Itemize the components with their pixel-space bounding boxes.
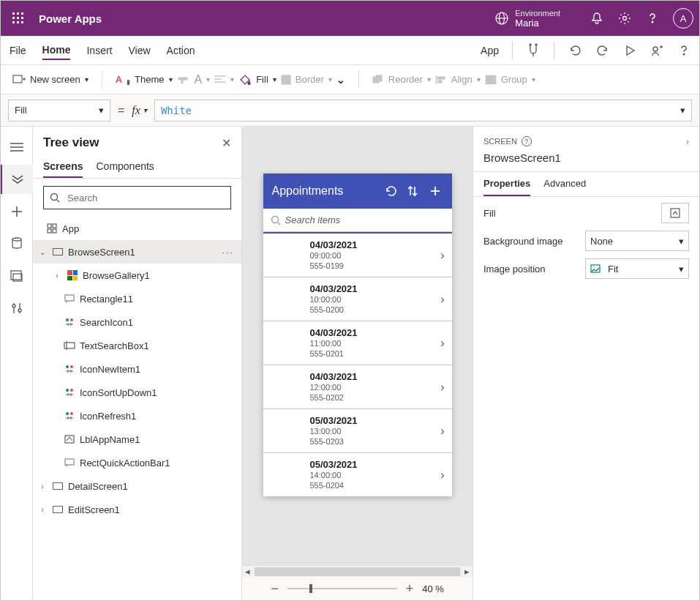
rail-advanced-tools-icon[interactable] [1,294,33,323]
svg-rect-61 [64,343,75,348]
zoom-slider[interactable] [287,588,397,589]
chevron-down-icon: ▾ [99,105,104,116]
menu-action[interactable]: Action [167,42,195,59]
share-icon[interactable] [650,43,664,58]
tree-node-iconrefresh1[interactable]: IconRefresh1 [33,404,241,428]
text-input-icon [64,340,75,351]
environment-name: Maria [515,18,560,29]
chevron-down-icon[interactable]: ▾ [680,105,685,116]
chevron-right-icon[interactable]: › [440,425,444,438]
menu-view[interactable]: View [128,42,150,59]
expander-icon[interactable]: › [37,482,48,490]
preview-search-box[interactable]: Search items [263,209,452,232]
tree-node-searchicon1[interactable]: SearchIcon1 [33,310,241,334]
notifications-icon[interactable] [590,11,604,26]
rail-media-icon[interactable] [1,261,33,291]
tab-components[interactable]: Components [96,156,154,178]
tree-search-input[interactable] [43,186,231,209]
tree-node-browsescreen1[interactable]: ⌄ BrowseScreen1 ··· [33,240,241,264]
canvas-horizontal-scrollbar[interactable]: ◂ ▸ [242,565,473,577]
fill-color-picker[interactable] [661,203,689,223]
settings-gear-icon[interactable] [617,11,632,26]
menu-file[interactable]: File [10,42,26,59]
fx-button[interactable]: fx▾ [132,104,147,117]
zoom-in-button[interactable]: + [406,581,414,597]
gallery-icon [67,269,78,281]
imagepos-dropdown[interactable]: Fit ▾ [585,258,689,279]
environment-picker[interactable]: Environment Maria [494,8,560,29]
chevron-down-icon: ▾ [679,264,684,275]
tree-node-browsegallery1[interactable]: › BrowseGallery1 [33,264,241,287]
tab-properties[interactable]: Properties [483,172,530,196]
ribbon-overflow-button[interactable]: ⌄ [336,74,345,86]
close-tree-icon[interactable]: ✕ [222,136,231,150]
tree-node-lblappname1[interactable]: LblAppName1 [33,428,241,451]
list-item[interactable]: 04/03/202110:00:00555-0200› [263,277,452,321]
reorder-button: Reorder▾ [372,74,431,85]
rail-tree-view-icon[interactable] [1,165,33,194]
list-item[interactable]: 04/03/202109:00:00555-0199› [263,234,452,277]
expand-panel-icon[interactable]: › [686,137,689,146]
undo-icon[interactable] [568,43,582,58]
tree-node-rectangle11[interactable]: Rectangle11 [33,287,241,310]
svg-point-57 [70,318,73,321]
rail-insert-icon[interactable] [1,197,33,226]
group-label: Group [501,74,527,85]
preview-add-icon[interactable] [429,184,443,198]
property-dropdown[interactable]: Fill ▾ [8,100,110,122]
tree-node-iconnewitem1[interactable]: IconNewItem1 [33,357,241,381]
chevron-right-icon[interactable]: › [440,293,444,306]
border-icon [281,75,291,85]
app-launcher-icon[interactable] [7,7,30,30]
fill-button[interactable]: Fill ▾ [238,74,276,86]
app-checker-icon[interactable] [526,43,541,58]
tree-node-editscreen1[interactable]: › EditScreen1 [33,498,241,521]
tree-node-textsearchbox1[interactable]: TextSearchBox1 [33,334,241,357]
svg-rect-1 [17,12,19,15]
zoom-out-button[interactable]: − [271,581,279,597]
fill-bucket-icon [238,74,252,86]
tab-advanced[interactable]: Advanced [543,172,586,196]
redo-icon[interactable] [595,43,610,58]
text-align-icon [214,75,226,84]
list-item[interactable]: 04/03/202112:00:00555-0202› [263,365,452,409]
tree-node-app[interactable]: App [33,217,241,240]
svg-line-79 [67,437,69,441]
tree-node-detailscreen1[interactable]: › DetailScreen1 [33,474,241,498]
tree-node-iconsortupdown1[interactable]: IconSortUpDown1 [33,381,241,404]
svg-point-74 [70,412,73,415]
tab-screens[interactable]: Screens [43,156,83,178]
preview-play-icon[interactable] [623,44,636,57]
tree-node-rectquickactionbar1[interactable]: RectQuickActionBar1 [33,451,241,474]
svg-rect-2 [21,12,23,15]
user-avatar[interactable]: A [673,8,693,29]
tree-search-field[interactable] [66,192,225,204]
menu-home[interactable]: Home [42,41,71,60]
expander-icon[interactable]: › [37,506,48,514]
rail-hamburger-icon[interactable] [1,132,33,162]
theme-button[interactable]: A▮ Theme ▾ [116,74,173,85]
expander-icon[interactable]: › [52,272,62,280]
list-item[interactable]: 05/03/202113:00:00555-0203› [263,409,452,453]
bgimage-dropdown[interactable]: None ▾ [585,231,689,251]
chevron-right-icon[interactable]: › [440,381,444,394]
list-item[interactable]: 04/03/202111:00:00555-0201› [263,321,452,365]
more-options-icon[interactable]: ··· [222,247,234,258]
canvas-stage[interactable]: Appointments Search items 04/03/202109:0… [242,127,473,565]
list-item[interactable]: 05/03/202114:00:00555-0204› [263,453,452,496]
chevron-right-icon[interactable]: › [440,469,444,482]
chevron-right-icon[interactable]: › [440,337,444,350]
help-icon[interactable] [645,11,660,26]
info-icon[interactable]: ? [522,136,532,146]
menu-insert[interactable]: Insert [86,42,112,59]
new-screen-button[interactable]: New screen ▾ [12,74,89,85]
formula-input[interactable]: White ▾ [154,100,692,122]
preview-sort-icon[interactable] [407,184,421,198]
rail-data-icon[interactable] [1,229,33,258]
tree-label: BrowseScreen1 [68,247,135,258]
chevron-right-icon[interactable]: › [440,249,444,262]
menubar-help-icon[interactable] [677,44,690,57]
menu-app[interactable]: App [481,42,499,59]
preview-refresh-icon[interactable] [385,184,399,198]
expander-icon[interactable]: ⌄ [37,248,48,256]
